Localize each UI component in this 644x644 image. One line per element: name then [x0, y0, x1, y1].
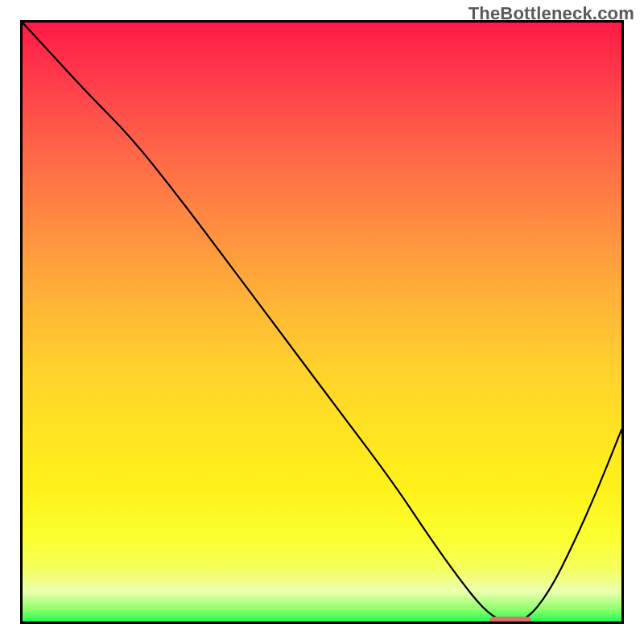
chart-container: TheBottleneck.com [0, 0, 644, 644]
curve-svg [23, 23, 621, 621]
curve-path [23, 23, 621, 621]
watermark-text: TheBottleneck.com [469, 3, 634, 24]
plot-area [20, 20, 624, 624]
optimal-marker [489, 617, 531, 624]
